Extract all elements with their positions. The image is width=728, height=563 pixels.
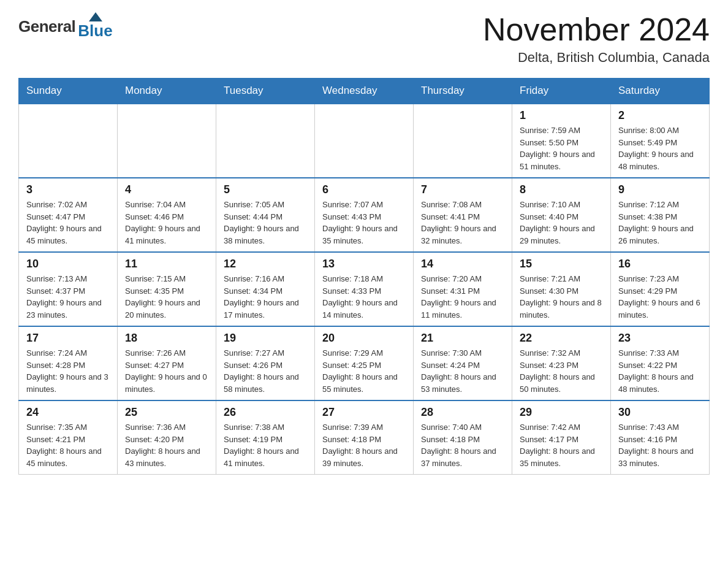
calendar-cell: 10Sunrise: 7:13 AMSunset: 4:37 PMDayligh… [19, 252, 118, 326]
logo-blue-part: Blue [77, 12, 112, 40]
calendar-header-row: Sunday Monday Tuesday Wednesday Thursday… [19, 79, 710, 104]
logo: General Blue [18, 12, 113, 40]
day-number: 11 [125, 258, 208, 270]
col-tuesday: Tuesday [216, 79, 315, 104]
calendar-cell: 25Sunrise: 7:36 AMSunset: 4:20 PMDayligh… [118, 400, 216, 475]
calendar-cell [414, 104, 512, 178]
day-number: 7 [421, 183, 504, 196]
day-info: Sunrise: 7:27 AMSunset: 4:26 PMDaylight:… [224, 347, 307, 395]
day-info: Sunrise: 7:20 AMSunset: 4:31 PMDaylight:… [421, 273, 504, 321]
day-info: Sunrise: 7:15 AMSunset: 4:35 PMDaylight:… [125, 273, 208, 321]
day-info: Sunrise: 7:12 AMSunset: 4:38 PMDaylight:… [618, 199, 702, 247]
day-number: 27 [322, 406, 406, 419]
day-info: Sunrise: 7:59 AMSunset: 5:50 PMDaylight:… [520, 124, 603, 172]
day-number: 24 [26, 406, 110, 419]
day-info: Sunrise: 7:40 AMSunset: 4:18 PMDaylight:… [421, 421, 504, 469]
col-saturday: Saturday [611, 79, 710, 104]
day-number: 18 [125, 332, 208, 345]
day-info: Sunrise: 7:13 AMSunset: 4:37 PMDaylight:… [26, 273, 110, 321]
calendar-cell: 19Sunrise: 7:27 AMSunset: 4:26 PMDayligh… [216, 326, 315, 400]
day-info: Sunrise: 7:08 AMSunset: 4:41 PMDaylight:… [421, 199, 504, 247]
calendar-cell: 20Sunrise: 7:29 AMSunset: 4:25 PMDayligh… [315, 326, 414, 400]
day-number: 23 [618, 332, 702, 345]
day-number: 8 [520, 183, 603, 196]
day-number: 26 [224, 406, 307, 419]
calendar-cell: 28Sunrise: 7:40 AMSunset: 4:18 PMDayligh… [414, 400, 512, 475]
day-number: 21 [421, 332, 504, 345]
day-number: 28 [421, 406, 504, 419]
day-number: 3 [26, 183, 110, 196]
calendar-cell: 29Sunrise: 7:42 AMSunset: 4:17 PMDayligh… [512, 400, 611, 475]
calendar-cell: 15Sunrise: 7:21 AMSunset: 4:30 PMDayligh… [512, 252, 611, 326]
day-info: Sunrise: 7:24 AMSunset: 4:28 PMDaylight:… [26, 347, 110, 395]
calendar-cell: 14Sunrise: 7:20 AMSunset: 4:31 PMDayligh… [414, 252, 512, 326]
week-row-2: 10Sunrise: 7:13 AMSunset: 4:37 PMDayligh… [19, 252, 710, 326]
day-info: Sunrise: 7:21 AMSunset: 4:30 PMDaylight:… [520, 273, 603, 321]
week-row-0: 1Sunrise: 7:59 AMSunset: 5:50 PMDaylight… [19, 104, 710, 178]
day-number: 29 [520, 406, 603, 419]
calendar-cell: 3Sunrise: 7:02 AMSunset: 4:47 PMDaylight… [19, 178, 118, 252]
day-info: Sunrise: 7:32 AMSunset: 4:23 PMDaylight:… [520, 347, 603, 395]
header: General Blue November 2024 Delta, Britis… [18, 12, 710, 66]
calendar-cell: 24Sunrise: 7:35 AMSunset: 4:21 PMDayligh… [19, 400, 118, 475]
calendar-cell: 12Sunrise: 7:16 AMSunset: 4:34 PMDayligh… [216, 252, 315, 326]
calendar-cell: 2Sunrise: 8:00 AMSunset: 5:49 PMDaylight… [611, 104, 710, 178]
calendar-table: Sunday Monday Tuesday Wednesday Thursday… [18, 78, 710, 475]
day-number: 15 [520, 258, 603, 270]
day-number: 22 [520, 332, 603, 345]
day-info: Sunrise: 7:10 AMSunset: 4:40 PMDaylight:… [520, 199, 603, 247]
day-number: 10 [26, 258, 110, 270]
day-info: Sunrise: 7:26 AMSunset: 4:27 PMDaylight:… [125, 347, 208, 395]
day-info: Sunrise: 7:38 AMSunset: 4:19 PMDaylight:… [224, 421, 307, 469]
day-number: 17 [26, 332, 110, 345]
day-info: Sunrise: 7:35 AMSunset: 4:21 PMDaylight:… [26, 421, 110, 469]
day-info: Sunrise: 7:07 AMSunset: 4:43 PMDaylight:… [322, 199, 406, 247]
calendar-cell: 4Sunrise: 7:04 AMSunset: 4:46 PMDaylight… [118, 178, 216, 252]
day-number: 16 [618, 258, 702, 270]
calendar-cell: 21Sunrise: 7:30 AMSunset: 4:24 PMDayligh… [414, 326, 512, 400]
calendar-cell: 27Sunrise: 7:39 AMSunset: 4:18 PMDayligh… [315, 400, 414, 475]
calendar-cell: 6Sunrise: 7:07 AMSunset: 4:43 PMDaylight… [315, 178, 414, 252]
day-info: Sunrise: 7:04 AMSunset: 4:46 PMDaylight:… [125, 199, 208, 247]
day-number: 19 [224, 332, 307, 345]
calendar-cell: 26Sunrise: 7:38 AMSunset: 4:19 PMDayligh… [216, 400, 315, 475]
calendar-cell: 23Sunrise: 7:33 AMSunset: 4:22 PMDayligh… [611, 326, 710, 400]
day-info: Sunrise: 7:36 AMSunset: 4:20 PMDaylight:… [125, 421, 208, 469]
calendar-cell: 11Sunrise: 7:15 AMSunset: 4:35 PMDayligh… [118, 252, 216, 326]
day-number: 25 [125, 406, 208, 419]
col-wednesday: Wednesday [315, 79, 414, 104]
col-friday: Friday [512, 79, 611, 104]
day-info: Sunrise: 7:42 AMSunset: 4:17 PMDaylight:… [520, 421, 603, 469]
calendar-cell [118, 104, 216, 178]
day-number: 2 [618, 109, 702, 122]
day-info: Sunrise: 7:43 AMSunset: 4:16 PMDaylight:… [618, 421, 702, 469]
location-subtitle: Delta, British Columbia, Canada [483, 50, 710, 66]
calendar-cell: 30Sunrise: 7:43 AMSunset: 4:16 PMDayligh… [611, 400, 710, 475]
calendar-cell: 18Sunrise: 7:26 AMSunset: 4:27 PMDayligh… [118, 326, 216, 400]
day-number: 12 [224, 258, 307, 270]
day-number: 20 [322, 332, 406, 345]
day-info: Sunrise: 7:29 AMSunset: 4:25 PMDaylight:… [322, 347, 406, 395]
calendar-cell: 9Sunrise: 7:12 AMSunset: 4:38 PMDaylight… [611, 178, 710, 252]
col-thursday: Thursday [414, 79, 512, 104]
calendar-cell: 8Sunrise: 7:10 AMSunset: 4:40 PMDaylight… [512, 178, 611, 252]
day-info: Sunrise: 7:33 AMSunset: 4:22 PMDaylight:… [618, 347, 702, 395]
calendar-cell: 17Sunrise: 7:24 AMSunset: 4:28 PMDayligh… [19, 326, 118, 400]
logo-general-text: General [18, 17, 75, 36]
calendar-cell: 1Sunrise: 7:59 AMSunset: 5:50 PMDaylight… [512, 104, 611, 178]
col-sunday: Sunday [19, 79, 118, 104]
day-number: 13 [322, 258, 406, 270]
day-number: 1 [520, 109, 603, 122]
week-row-1: 3Sunrise: 7:02 AMSunset: 4:47 PMDaylight… [19, 178, 710, 252]
logo-triangle-icon [89, 12, 102, 21]
day-info: Sunrise: 7:18 AMSunset: 4:33 PMDaylight:… [322, 273, 406, 321]
title-area: November 2024 Delta, British Columbia, C… [483, 12, 710, 66]
week-row-4: 24Sunrise: 7:35 AMSunset: 4:21 PMDayligh… [19, 400, 710, 475]
day-info: Sunrise: 7:39 AMSunset: 4:18 PMDaylight:… [322, 421, 406, 469]
day-info: Sunrise: 7:16 AMSunset: 4:34 PMDaylight:… [224, 273, 307, 321]
day-number: 4 [125, 183, 208, 196]
day-info: Sunrise: 7:05 AMSunset: 4:44 PMDaylight:… [224, 199, 307, 247]
week-row-3: 17Sunrise: 7:24 AMSunset: 4:28 PMDayligh… [19, 326, 710, 400]
calendar-cell: 7Sunrise: 7:08 AMSunset: 4:41 PMDaylight… [414, 178, 512, 252]
calendar-cell: 13Sunrise: 7:18 AMSunset: 4:33 PMDayligh… [315, 252, 414, 326]
